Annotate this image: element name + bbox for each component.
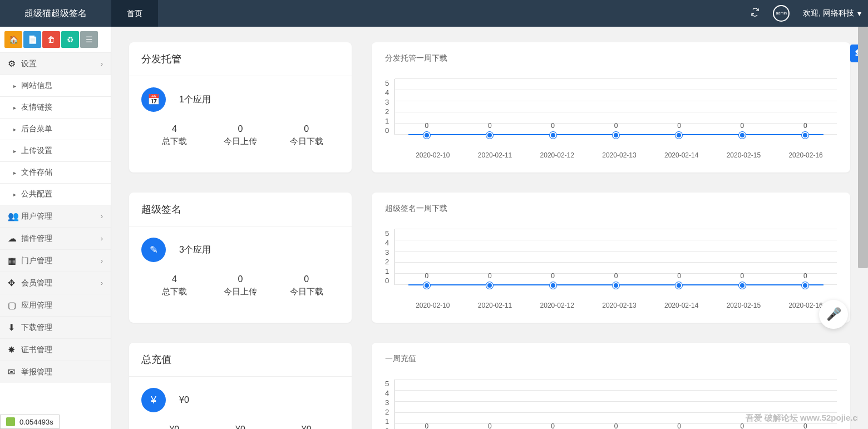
chevron-right-icon: › <box>101 279 103 287</box>
chevron-right-icon: › <box>101 60 103 68</box>
sidebar-group-report[interactable]: ✉举报管理 <box>0 361 111 383</box>
plugin-icon: ☁ <box>8 233 21 244</box>
point-label: 0 <box>614 272 618 280</box>
tab-home[interactable]: 首页 <box>111 0 158 27</box>
sidebar-group-user[interactable]: 👥用户管理› <box>0 205 111 227</box>
stat: 0今日下载 <box>273 274 339 297</box>
user-icon: 👥 <box>8 211 21 221</box>
y-tick: 4 <box>385 389 389 397</box>
sidebar-sub-item[interactable]: ▸公共配置 <box>0 183 111 205</box>
plot-area: 0000000 <box>394 229 837 285</box>
summary-card: 总充值 ¥ ¥0 ¥0下载充值¥0超级签名充值¥0今日充值 <box>129 343 352 429</box>
y-tick: 2 <box>385 408 389 416</box>
scrollbar[interactable] <box>858 27 868 429</box>
user-avatar[interactable]: admin <box>766 5 796 22</box>
stat: 4总下载 <box>141 274 208 297</box>
y-tick: 1 <box>385 417 389 426</box>
sidebar-item-label: 下载管理 <box>21 323 103 333</box>
file-icon: 📄 <box>28 35 37 44</box>
sidebar-item-label: 文件存储 <box>21 167 103 177</box>
y-tick: 4 <box>385 88 389 97</box>
x-tick: 2020-02-15 <box>727 151 761 159</box>
sidebar-item-label: 友情链接 <box>21 102 103 112</box>
sidebar-group-download[interactable]: ⬇下载管理 <box>0 316 111 338</box>
toolbar-list-button[interactable]: ☰ <box>80 31 98 48</box>
sidebar-item-label: 门户管理 <box>21 256 101 266</box>
sidebar-item-label: 用户管理 <box>21 211 101 221</box>
sidebar-sub-item[interactable]: ▸上传设置 <box>0 140 111 161</box>
member-icon: ✥ <box>8 278 21 288</box>
sidebar-group-app[interactable]: ▢应用管理 <box>0 294 111 316</box>
chart-point: 0 <box>423 132 430 139</box>
stat: 0今日上传 <box>208 274 274 297</box>
x-axis: 2020-02-102020-02-112020-02-122020-02-13… <box>402 302 837 309</box>
stat: 0今日上传 <box>208 124 274 147</box>
sidebar-item-label: 证书管理 <box>21 345 103 355</box>
sidebar-group-settings[interactable]: ⚙ 设置 › <box>0 52 111 75</box>
sidebar-group-cert[interactable]: ✸证书管理 <box>0 338 111 361</box>
chart-point: 0 <box>486 282 493 289</box>
sidebar-sub-item[interactable]: ▸文件存储 <box>0 161 111 183</box>
chart-title: 分发托管一周下载 <box>372 42 850 68</box>
chart-point: 0 <box>550 132 556 139</box>
x-tick: 2020-02-12 <box>540 151 574 159</box>
point-label: 0 <box>803 122 807 130</box>
point-label: 0 <box>677 122 681 130</box>
chart-point: 0 <box>613 282 619 289</box>
x-tick: 2020-02-13 <box>602 151 636 159</box>
sidebar-sub-item[interactable]: ▸网站信息 <box>0 75 111 96</box>
toolbar-file-button[interactable]: 📄 <box>23 31 41 48</box>
user-menu[interactable]: 欢迎, 网络科技 ▾ <box>796 8 868 18</box>
sidebar-item-label: 应用管理 <box>21 300 103 310</box>
summary-label: 3个应用 <box>179 244 211 256</box>
refresh-button[interactable] <box>744 8 766 19</box>
sidebar-item-label: 举报管理 <box>21 367 103 377</box>
welcome-text: 欢迎, 网络科技 <box>803 8 854 18</box>
chart-point: 0 <box>486 132 493 139</box>
stats-row: 4总下载0今日上传0今日下载 <box>141 274 339 297</box>
trash-icon: 🗑 <box>47 35 55 44</box>
stat-label: 今日下载 <box>273 136 339 147</box>
chart-title: 超级签名一周下载 <box>372 193 850 218</box>
cert-icon: ✸ <box>8 344 21 355</box>
caret-down-icon: ▾ <box>857 9 861 18</box>
card-icon: ✎ <box>141 238 166 262</box>
sidebar-group-member[interactable]: ✥会员管理› <box>0 272 111 294</box>
y-tick: 2 <box>385 107 389 116</box>
x-tick: 2020-02-16 <box>788 151 822 159</box>
chart-title: 一周充值 <box>372 343 850 368</box>
toolbar-home-button[interactable]: 🏠 <box>4 31 22 48</box>
toolbar-delete-button[interactable]: 🗑 <box>42 31 60 48</box>
card-title: 超级签名 <box>129 193 352 226</box>
stat-label: 总下载 <box>141 287 208 297</box>
toolbar-recycle-button[interactable]: ♻ <box>61 31 79 48</box>
chart-point: 0 <box>802 282 808 289</box>
top-navbar: 超级猫超级签名 首页 admin 欢迎, 网络科技 ▾ <box>0 0 868 27</box>
point-label: 0 <box>677 272 681 280</box>
mic-button[interactable]: 🎤 <box>819 300 848 329</box>
debug-bar: 0.054493s <box>0 415 60 429</box>
sidebar-group-portal[interactable]: ▦门户管理› <box>0 249 111 272</box>
caret-right-icon: ▸ <box>13 126 21 132</box>
stat-label: 今日上传 <box>208 287 274 297</box>
stats-row: 4总下载0今日上传0今日下载 <box>141 124 339 147</box>
card-title: 总充值 <box>129 343 352 377</box>
y-tick: 3 <box>385 398 389 407</box>
debug-dot-icon <box>6 417 15 426</box>
point-label: 0 <box>488 272 492 280</box>
y-tick: 3 <box>385 98 389 106</box>
x-tick: 2020-02-12 <box>540 302 574 309</box>
stat: ¥0今日充值 <box>273 425 339 429</box>
sidebar-group-plugin[interactable]: ☁插件管理› <box>0 227 111 249</box>
stat-value: 0 <box>208 124 274 134</box>
sidebar-sub-item[interactable]: ▸后台菜单 <box>0 118 111 140</box>
chevron-right-icon: › <box>101 213 103 220</box>
x-tick: 2020-02-11 <box>478 302 512 309</box>
x-tick: 2020-02-16 <box>788 302 822 309</box>
point-label: 0 <box>488 422 492 429</box>
sidebar-sub-item[interactable]: ▸友情链接 <box>0 96 111 118</box>
stat-value: ¥0 <box>141 425 208 429</box>
sidebar-item-label: 插件管理 <box>21 234 101 244</box>
sidebar-toolbar: 🏠 📄 🗑 ♻ ☰ <box>0 27 111 52</box>
app-icon: ▢ <box>8 300 21 310</box>
